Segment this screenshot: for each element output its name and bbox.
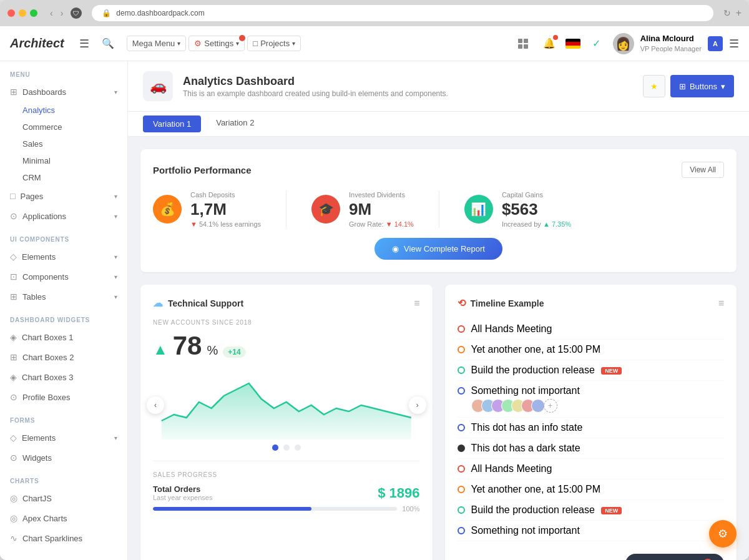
gear-button[interactable]: ⚙ (709, 520, 737, 548)
search-icon[interactable]: 🔍 (102, 37, 114, 49)
tab-variation-1[interactable]: Variation 1 (143, 115, 201, 132)
sidebar-item-chart-sparklines[interactable]: ∿ Chart Sparklines (0, 528, 127, 548)
cash-deposits-label: Cash Deposits (190, 191, 261, 199)
hamburger-right[interactable]: ☰ (729, 37, 739, 51)
sidebar-item-commerce[interactable]: Commerce (0, 119, 127, 135)
url-text: demo.dashboardpack.com (116, 9, 204, 17)
sidebar-item-analytics[interactable]: Analytics (0, 102, 127, 119)
sidebar-item-crm[interactable]: CRM (0, 169, 127, 186)
timeline-dot-10 (458, 527, 465, 534)
timeline-item-10: Something not important (458, 521, 725, 541)
timeline-header: ⟲ Timeline Example ≡ (458, 297, 725, 309)
grid-menu-button[interactable] (513, 34, 533, 54)
report-icon: ◉ (392, 244, 399, 253)
sidebar-item-minimal[interactable]: Minimal (0, 152, 127, 169)
components-icon: ⊡ (10, 272, 17, 282)
address-bar[interactable]: 🔒 demo.dashboardpack.com (92, 5, 713, 21)
language-flag[interactable] (565, 39, 580, 49)
sidebar-item-chart-boxes-2[interactable]: ⊞ Chart Boxes 2 (0, 347, 127, 367)
buttons-dropdown[interactable]: ⊞ Buttons ▾ (670, 75, 734, 97)
view-all-messages-button[interactable]: View All Messages 9 (625, 554, 724, 560)
user-status-icon[interactable]: ✓ (587, 34, 607, 54)
pages-icon: □ (10, 191, 15, 201)
avatar[interactable]: 👩 (613, 33, 634, 54)
timeline-dot-3 (458, 366, 465, 374)
cash-deposits-info: Cash Deposits 1,7M ▼ 54.1% less earnings (190, 191, 261, 228)
back-button[interactable]: ‹ (47, 7, 56, 19)
invested-sub-text: 14.1% (394, 220, 414, 228)
timeline-dot-5 (458, 424, 465, 431)
star-button[interactable]: ★ (643, 75, 665, 97)
page-header-text: Analytics Dashboard This is an example d… (183, 75, 448, 98)
chart-dot-1[interactable] (272, 445, 278, 451)
projects-caret: ▾ (292, 40, 295, 47)
total-orders-value: $ 1896 (378, 485, 419, 501)
chart-prev-button[interactable]: ‹ (147, 396, 164, 414)
timeline-item-10-label: Something not important (471, 525, 580, 536)
dashboards-label: Dashboards (22, 87, 66, 97)
chart-next-button[interactable]: › (409, 396, 426, 414)
invested-info: Invested Dividents 9M Grow Rate: ▼ 14.1% (349, 191, 414, 228)
timeline-title-text: Timeline Example (471, 298, 544, 308)
content-area: 🚗 Analytics Dashboard This is an example… (128, 61, 749, 560)
timeline-item-1: All Hands Meeting (458, 319, 725, 340)
timeline-item-2-text: Yet another one, at 15:00 PM (471, 344, 601, 355)
sidebar-item-apex-charts[interactable]: ◎ Apex Charts (0, 508, 127, 528)
timeline-dot-9 (458, 506, 465, 514)
widgets-label: Widgets (22, 453, 52, 463)
tab-variation-1-label: Variation 1 (153, 119, 191, 129)
support-menu-icon[interactable]: ≡ (414, 298, 419, 309)
capital-value: $563 (502, 200, 571, 219)
close-dot[interactable] (7, 9, 15, 17)
sidebar-item-widgets[interactable]: ⊙ Widgets (0, 448, 127, 468)
portfolio-stats: 💰 Cash Deposits 1,7M ▼ 54.1% less earnin… (153, 190, 724, 228)
user-info: Alina Mclourd VP People Manager (640, 34, 702, 53)
notification-button[interactable]: 🔔 (539, 34, 559, 54)
sidebar-item-chart-boxes-3[interactable]: ◈ Chart Boxes 3 (0, 367, 127, 387)
chart-dot-2[interactable] (283, 445, 290, 451)
sidebar-item-tables[interactable]: ⊞ Tables ▾ (0, 287, 127, 307)
big-percent-value: 78 (173, 331, 202, 361)
settings-menu-item[interactable]: ⚙ Settings ▾ (188, 36, 245, 51)
maximize-dot[interactable] (30, 9, 37, 17)
mega-menu-item[interactable]: Mega Menu ▾ (127, 36, 187, 51)
chart-dot-3[interactable] (295, 445, 301, 451)
sidebar-item-sales[interactable]: Sales (0, 135, 127, 152)
timeline-list: All Hands Meeting Yet another one, at 15… (458, 319, 725, 541)
sidebar-item-chart-boxes-1[interactable]: ◈ Chart Boxes 1 (0, 327, 127, 347)
form-elements-label: Elements (22, 433, 56, 443)
sidebar-item-elements[interactable]: ◇ Elements ▾ (0, 247, 127, 267)
timeline-dot-1 (458, 325, 465, 333)
view-complete-report-button[interactable]: ◉ View Complete Report (374, 238, 502, 260)
forward-button[interactable]: › (58, 7, 66, 19)
timeline-item-4: Something not important (458, 381, 725, 418)
sidebar-item-components[interactable]: ⊡ Components ▾ (0, 267, 127, 287)
new-tab-button[interactable]: + (736, 7, 742, 19)
sidebar-item-applications[interactable]: ⊙ Applications ▾ (0, 206, 127, 226)
sidebar-item-pages[interactable]: □ Pages ▾ (0, 186, 127, 206)
applications-label: Applications (22, 212, 66, 221)
portfolio-view-all-button[interactable]: View All (682, 162, 724, 178)
app-logo: Architect (10, 36, 64, 51)
avatar-7 (531, 399, 545, 413)
projects-menu-item[interactable]: □ Projects ▾ (247, 36, 301, 51)
grid-icon (518, 39, 528, 49)
portfolio-title: Portfolio Performance (153, 165, 252, 175)
sidebar-toggle[interactable]: ☰ (79, 37, 89, 51)
tab-variation-2[interactable]: Variation 2 (203, 112, 267, 136)
minimize-dot[interactable] (19, 9, 26, 17)
charts-section-label: CHARTS (0, 468, 127, 488)
refresh-button[interactable]: ↻ (723, 8, 731, 18)
big-stat: ▲ 78 % +14 (153, 331, 420, 361)
timeline-menu-icon[interactable]: ≡ (718, 298, 724, 309)
browser-nav: ‹ › (47, 7, 66, 19)
new-badge-1: NEW (601, 367, 622, 375)
sidebar-item-form-elements[interactable]: ◇ Elements ▾ (0, 428, 127, 448)
sidebar-item-profile-boxes[interactable]: ⊙ Profile Boxes (0, 387, 127, 407)
sidebar-item-dashboards[interactable]: ⊞ Dashboards ▾ (0, 82, 127, 102)
sales-info: Total Orders Last year expenses (153, 484, 212, 501)
progress-bar-wrap: 100% (153, 505, 420, 513)
sidebar-item-chartjs[interactable]: ◎ ChartJS (0, 488, 127, 508)
add-avatar-button[interactable]: + (544, 399, 557, 413)
capital-info: Capital Gains $563 Increased by ▲ 7.35% (502, 191, 571, 228)
